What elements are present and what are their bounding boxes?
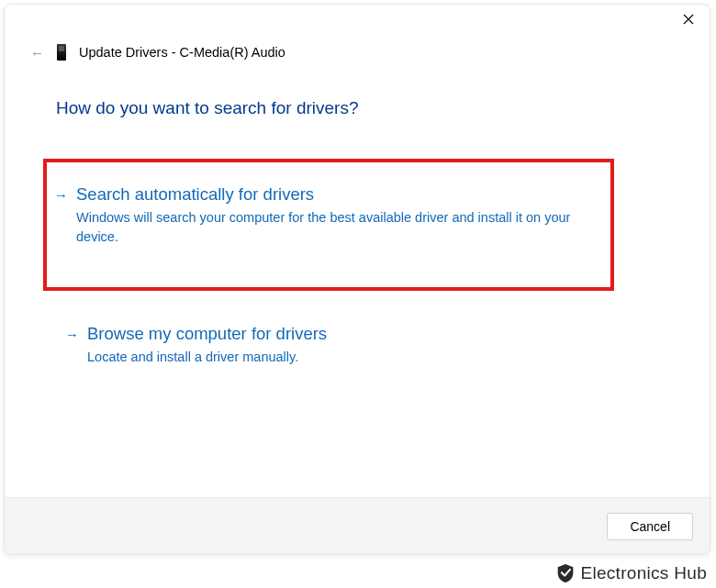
option-title: Browse my computer for drivers: [87, 324, 327, 344]
header-row: ← Update Drivers - C-Media(R) Audio: [5, 39, 710, 65]
close-icon: [683, 14, 694, 25]
page-heading: How do you want to search for drivers?: [56, 98, 658, 118]
watermark: Electronics Hub: [556, 563, 707, 583]
shield-check-icon: [556, 563, 575, 583]
option-description: Locate and install a driver manually.: [87, 348, 583, 367]
close-button[interactable]: [667, 5, 710, 34]
device-icon: [57, 44, 66, 61]
dialog-footer: Cancel: [5, 497, 710, 554]
option-header: → Browse my computer for drivers: [65, 324, 649, 344]
option-header: → Search automatically for drivers: [54, 184, 603, 205]
option-browse-computer[interactable]: → Browse my computer for drivers Locate …: [56, 309, 658, 394]
back-arrow-icon[interactable]: ←: [30, 46, 44, 60]
window-title: Update Drivers - C-Media(R) Audio: [79, 45, 285, 60]
cancel-button[interactable]: Cancel: [607, 513, 693, 540]
arrow-right-icon: →: [65, 327, 78, 342]
content-area: How do you want to search for drivers? →…: [5, 65, 710, 497]
arrow-right-icon: →: [54, 187, 67, 203]
option-description: Windows will search your computer for th…: [76, 208, 572, 247]
update-drivers-dialog: ← Update Drivers - C-Media(R) Audio How …: [4, 4, 710, 555]
titlebar: [5, 5, 710, 41]
watermark-text: Electronics Hub: [580, 563, 707, 583]
option-title: Search automatically for drivers: [76, 184, 314, 205]
option-search-automatically[interactable]: → Search automatically for drivers Windo…: [43, 159, 614, 291]
